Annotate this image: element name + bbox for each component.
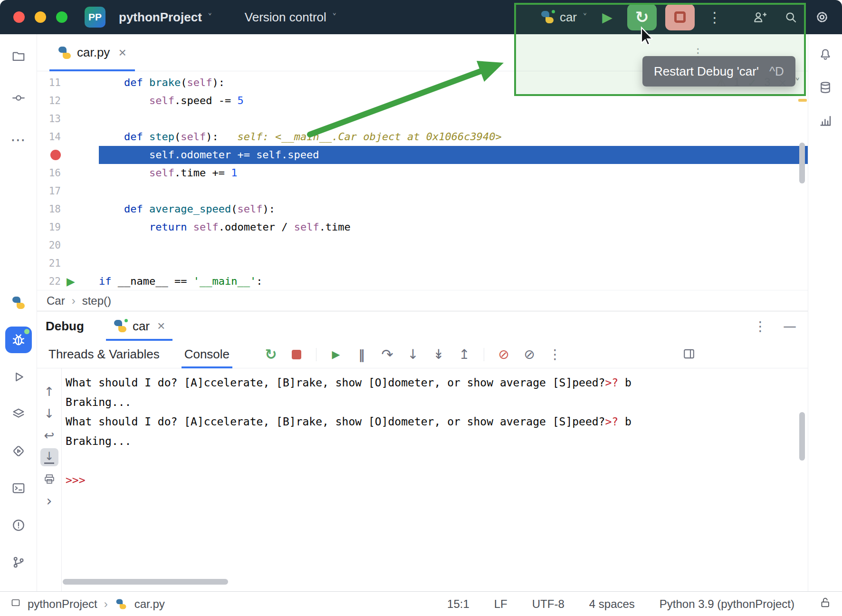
- status-item[interactable]: 15:1: [447, 597, 469, 611]
- activitybar-services-icon[interactable]: [5, 438, 32, 464]
- status-item[interactable]: Python 3.9 (pythonProject): [660, 597, 794, 611]
- step-out-icon[interactable]: ↥: [454, 345, 474, 364]
- status-item[interactable]: LF: [494, 597, 507, 611]
- activitybar-debugger-icon[interactable]: [5, 327, 32, 353]
- line-number[interactable]: 18: [37, 200, 61, 218]
- code-line-12[interactable]: 12 self.speed -= 5: [37, 92, 808, 110]
- gutter[interactable]: 20: [37, 236, 99, 254]
- mute-breakpoints-icon[interactable]: ⊘: [519, 345, 539, 364]
- rerun-debug-icon[interactable]: ↻: [261, 345, 281, 364]
- gutter[interactable]: 12: [37, 92, 99, 110]
- run-button[interactable]: ▶: [596, 4, 619, 30]
- code-line-21[interactable]: 21: [37, 254, 808, 272]
- zoom-window-button[interactable]: [56, 11, 67, 23]
- notifications-icon[interactable]: [813, 42, 838, 67]
- activitybar-run-icon[interactable]: [5, 364, 32, 390]
- close-session-icon[interactable]: ×: [157, 318, 165, 334]
- search-everywhere-button[interactable]: [779, 4, 802, 30]
- console-scrollbar[interactable]: [799, 412, 805, 461]
- line-number[interactable]: 21: [37, 254, 61, 272]
- debug-options-icon[interactable]: ⋮: [754, 318, 767, 334]
- print-icon[interactable]: [40, 470, 58, 488]
- settings-button[interactable]: [811, 4, 833, 30]
- close-tab-icon[interactable]: ×: [118, 45, 126, 60]
- chevron-down-icon[interactable]: ˅: [795, 77, 801, 89]
- activitybar-more-horizontal-icon[interactable]: ⋯: [5, 126, 32, 153]
- editor-scrollbar[interactable]: [799, 143, 805, 183]
- status-item[interactable]: UTF-8: [532, 597, 565, 611]
- line-number[interactable]: 22: [37, 272, 61, 290]
- code-with-me-button[interactable]: [748, 4, 771, 30]
- breadcrumb-method[interactable]: step(): [82, 294, 111, 308]
- view-breakpoints-icon[interactable]: ⊘: [494, 345, 514, 364]
- code-editor[interactable]: 11 def brake(self):12 self.speed -= 5131…: [37, 71, 808, 290]
- debug-session-tab-car[interactable]: car ×: [106, 311, 172, 341]
- gutter[interactable]: 17: [37, 182, 99, 200]
- run-gutter-icon[interactable]: ▶: [67, 272, 75, 290]
- restart-debug-button[interactable]: ↻: [627, 4, 657, 30]
- code-line-14[interactable]: 14 def step(self): self: <__main__.Car o…: [37, 128, 808, 146]
- line-number[interactable]: 16: [37, 164, 61, 182]
- editor-tab-car-py[interactable]: car.py ×: [49, 34, 135, 71]
- minimize-window-button[interactable]: [35, 11, 46, 23]
- gutter[interactable]: [37, 146, 99, 164]
- vcs-widget[interactable]: Version control ˅: [237, 5, 344, 29]
- stop-button[interactable]: [665, 4, 695, 30]
- console-horizontal-scrollbar[interactable]: [63, 579, 228, 585]
- tab-threads-variables[interactable]: Threads & Variables: [47, 341, 162, 368]
- status-item[interactable]: 4 spaces: [589, 597, 635, 611]
- code-line-16[interactable]: 16 self.time += 1: [37, 164, 808, 182]
- line-number[interactable]: 12: [37, 92, 61, 110]
- line-number[interactable]: 20: [37, 236, 61, 254]
- run-config-selector[interactable]: car ˅: [541, 10, 587, 25]
- profiler-icon[interactable]: [813, 108, 838, 133]
- gutter[interactable]: 18: [37, 200, 99, 218]
- hide-panel-icon[interactable]: —: [783, 318, 796, 334]
- line-number[interactable]: 11: [37, 74, 61, 92]
- scroll-to-end-icon[interactable]: ↓: [40, 448, 58, 466]
- stop-icon[interactable]: [287, 345, 306, 364]
- more-vertical-icon[interactable]: ⋮: [545, 345, 565, 364]
- arrow-down-icon[interactable]: ↓: [40, 404, 58, 423]
- activitybar-project-folder-icon[interactable]: [5, 43, 32, 69]
- soft-wrap-icon[interactable]: ↩: [40, 426, 58, 444]
- breadcrumb-class[interactable]: Car: [47, 294, 65, 308]
- activitybar-problems-icon[interactable]: [5, 512, 32, 539]
- warning-stripe-mark[interactable]: [798, 99, 807, 102]
- code-line-15[interactable]: self.odometer += self.speed: [37, 146, 808, 164]
- code-line-22[interactable]: 22▶if __name__ == '__main__':: [37, 272, 808, 290]
- code-line-17[interactable]: 17: [37, 182, 808, 200]
- database-icon[interactable]: [813, 75, 838, 100]
- write-access-icon[interactable]: [819, 597, 832, 612]
- line-number[interactable]: 14: [37, 128, 61, 146]
- project-widget[interactable]: pythonProject ˅: [111, 5, 220, 29]
- expand-icon[interactable]: ›: [40, 492, 58, 510]
- arrow-up-icon[interactable]: ↑: [40, 383, 58, 401]
- code-line-13[interactable]: 13: [37, 110, 808, 128]
- gutter[interactable]: 14: [37, 128, 99, 146]
- step-into-icon[interactable]: ↓: [403, 345, 423, 364]
- line-number[interactable]: 13: [37, 110, 61, 128]
- code-line-19[interactable]: 19 return self.odometer / self.time: [37, 218, 808, 236]
- code-line-18[interactable]: 18 def average_speed(self):: [37, 200, 808, 218]
- more-actions-button[interactable]: ⋮: [703, 4, 726, 30]
- tab-console[interactable]: Console: [182, 341, 231, 368]
- activitybar-python-packages-icon[interactable]: [5, 289, 32, 316]
- gutter[interactable]: 16: [37, 164, 99, 182]
- line-number[interactable]: [37, 146, 61, 164]
- gutter[interactable]: 19: [37, 218, 99, 236]
- line-number[interactable]: 19: [37, 218, 61, 236]
- layout-settings-button[interactable]: [682, 347, 696, 362]
- gutter[interactable]: 21: [37, 254, 99, 272]
- code-line-20[interactable]: 20: [37, 236, 808, 254]
- breakpoint-icon[interactable]: [50, 150, 61, 160]
- activitybar-commit-icon[interactable]: [5, 85, 32, 111]
- gutter[interactable]: 13: [37, 110, 99, 128]
- status-file-name[interactable]: car.py: [134, 597, 165, 611]
- status-project-name[interactable]: pythonProject: [28, 597, 97, 611]
- close-window-button[interactable]: [13, 11, 25, 23]
- step-over-icon[interactable]: ↷: [377, 345, 397, 364]
- pause-icon[interactable]: ‖: [352, 345, 372, 364]
- activitybar-version-control-icon[interactable]: [5, 549, 32, 576]
- gutter[interactable]: 22▶: [37, 272, 99, 290]
